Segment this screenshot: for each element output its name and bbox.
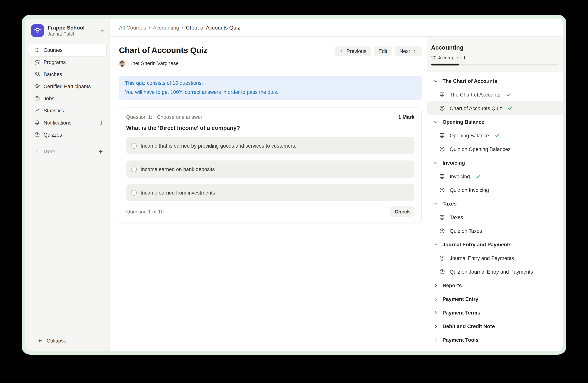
outline-section-invoicing[interactable]: Invoicing (427, 156, 563, 170)
previous-label: Previous (346, 48, 366, 54)
sidebar-item-certified-participants[interactable]: Certified Participants (28, 80, 106, 92)
outline-section-payment-tools[interactable]: Payment Tools (427, 333, 563, 347)
sidebar-item-jobs[interactable]: Jobs (28, 92, 106, 104)
radio-button[interactable] (131, 143, 137, 149)
chevron-down-icon (433, 201, 438, 206)
outline-item-lesson[interactable]: Taxes (427, 211, 563, 224)
completed-check-icon (505, 92, 511, 97)
outline-section-payment-entry[interactable]: Payment Entry (427, 292, 563, 306)
chevron-right-icon (433, 297, 438, 302)
chevron-down-icon (433, 160, 438, 165)
sidebar-item-label: Certified Participants (43, 83, 91, 89)
breadcrumb-all-courses[interactable]: All Courses (119, 24, 146, 30)
outline-section-label: Taxes (442, 201, 457, 207)
course-title: Accounting (431, 44, 558, 51)
sidebar-item-statistics[interactable]: Statistics (28, 104, 106, 116)
page-title: Chart of Accounts Quiz (119, 45, 208, 56)
breadcrumb-current: Chart of Accounts Quiz (186, 24, 240, 30)
collapse-label: Collapse (47, 338, 66, 344)
outline-section-label: Payment Terms (442, 310, 480, 315)
bell-icon (34, 120, 40, 126)
chevron-down-icon (433, 119, 438, 124)
radio-button[interactable] (131, 190, 137, 195)
more-label: More (43, 149, 55, 154)
sidebar-item-batches[interactable]: Batches (28, 68, 106, 80)
outline-section-label: Reports (442, 283, 462, 288)
outline-item-lesson[interactable]: Opening Balance (427, 129, 563, 142)
outline-item-quiz[interactable]: Quiz on Invoicing (427, 183, 563, 197)
sidebar-item-courses[interactable]: Courses (28, 44, 106, 56)
chevron-right-icon (433, 324, 438, 329)
workspace-switcher[interactable]: Frappe School Jannat Patel (25, 19, 109, 37)
answer-option-1[interactable]: Income that is earned by providing goods… (126, 137, 415, 154)
collapse-button[interactable]: Collapse (31, 335, 104, 347)
sidebar-item-label: Courses (43, 47, 63, 53)
breadcrumb-accounting[interactable]: Accounting (153, 24, 179, 30)
breadcrumb-bar: All Courses / Accounting / Chart of Acco… (110, 19, 563, 37)
outline-item-lesson[interactable]: Journal Entry and Payments (427, 251, 563, 265)
outline-section-payment-terms[interactable]: Payment Terms (427, 306, 563, 319)
outline-item-quiz[interactable]: Quiz on Opening Balances (427, 142, 563, 156)
previous-button[interactable]: Previous (335, 46, 371, 57)
outline-section-opening-balance[interactable]: Opening Balance (427, 115, 563, 129)
quiz-info-banner: This quiz consists of 10 questions. You … (119, 76, 422, 100)
workspace-name: Frappe School (48, 24, 84, 31)
sidebar-item-label: Batches (43, 71, 62, 77)
sidebar-collapse[interactable]: Collapse (28, 335, 106, 347)
outline-item-label: Journal Entry and Payments (450, 255, 514, 261)
next-button[interactable]: Next (395, 46, 422, 57)
outline-item-quiz[interactable]: Quiz on Journal Entry and Payments (427, 265, 563, 279)
collapse-arrow-icon (37, 338, 43, 344)
progress-bar (431, 64, 558, 65)
radio-button[interactable] (131, 166, 137, 172)
sidebar-item-programs[interactable]: Programs (28, 56, 106, 68)
quiz-icon (439, 187, 445, 193)
sidebar-item-more[interactable]: More (28, 145, 106, 157)
outline-section-journal-entry[interactable]: Journal Entry and Payments (427, 238, 563, 251)
question-card: Question 1: Choose one answer 1 Mark Wha… (119, 108, 422, 223)
edit-button[interactable]: Edit (374, 46, 392, 57)
outline-item-quiz[interactable]: Quiz on Taxes (427, 224, 563, 238)
answer-option-3[interactable]: Income earned from investments (126, 184, 415, 201)
briefcase-icon (34, 95, 40, 101)
chevron-right-icon (412, 49, 417, 54)
answer-option-label: Income that is earned by providing goods… (141, 143, 296, 149)
sidebar-item-notifications[interactable]: Notifications 1 (28, 116, 106, 129)
question-number-label: Question 1: (126, 114, 152, 120)
graduation-cap-icon (34, 83, 40, 89)
frappe-school-logo-icon (31, 24, 44, 37)
completed-check-icon (507, 106, 513, 111)
check-label: Check (395, 209, 410, 214)
outline-section-debit-credit-note[interactable]: Debit and Credit Note (427, 319, 563, 333)
book-open-icon (34, 47, 40, 53)
sidebar-nav: Courses Programs Batches (25, 44, 109, 157)
outline-item-quiz-active[interactable]: Chart of Accounts Quiz (427, 101, 563, 115)
banner-line-1: This quiz consists of 10 questions. (125, 79, 416, 88)
sidebar-item-quizzes[interactable]: Quizzes (28, 129, 106, 141)
outline-section-label: Payment Entry (442, 296, 478, 302)
sidebar-item-label: Programs (43, 59, 66, 65)
body-column: All Courses / Accounting / Chart of Acco… (110, 19, 563, 351)
outline-section-chart-of-accounts[interactable]: The Chart of Accounts (427, 74, 563, 88)
outline-section-reports[interactable]: Reports (427, 279, 563, 292)
chevron-right-icon (433, 310, 438, 315)
plus-icon[interactable] (98, 149, 104, 154)
outline-item-label: Chart of Accounts Quiz (450, 105, 502, 111)
answer-option-label: Income earned on bank deposits (141, 166, 215, 172)
lesson-icon (439, 133, 445, 138)
outline-section-taxes[interactable]: Taxes (427, 197, 563, 211)
app-sidebar: Frappe School Jannat Patel Courses (25, 19, 110, 351)
chevron-down-icon (433, 78, 438, 83)
progress-bar-fill (431, 64, 459, 65)
course-outline-panel: Accounting 22% completed The Chart of Ac… (427, 37, 563, 351)
outline-item-lesson[interactable]: Invoicing (427, 170, 563, 183)
check-button[interactable]: Check (390, 206, 415, 217)
answer-option-2[interactable]: Income earned on bank deposits (126, 160, 415, 178)
users-icon (34, 71, 40, 77)
help-circle-icon (34, 132, 40, 138)
question-progress-label: Question 1 of 10 (126, 209, 164, 214)
course-outline-list: The Chart of Accounts The Chart of Accou… (427, 72, 563, 351)
author-name: Linet Sherin Varghese (128, 60, 179, 66)
sidebar-item-label: Statistics (43, 108, 64, 113)
outline-item-lesson[interactable]: The Chart of Accounts (427, 88, 563, 101)
